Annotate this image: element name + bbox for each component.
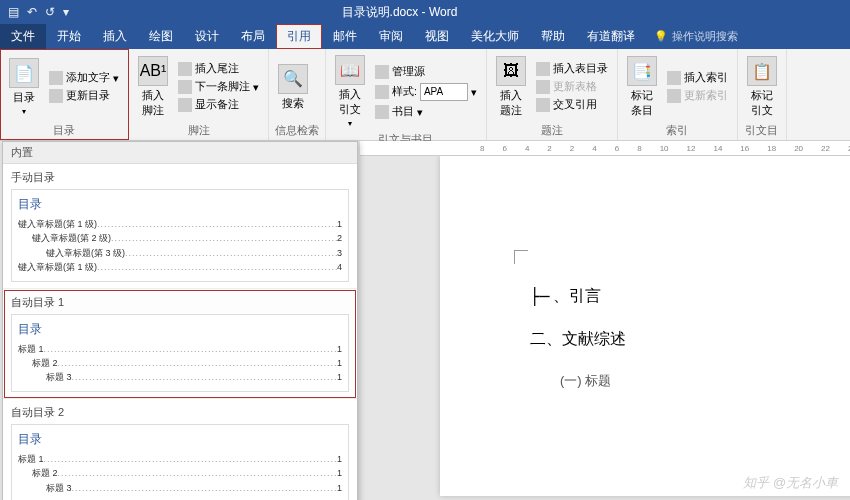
add-text-icon: [49, 71, 63, 85]
tab-邮件[interactable]: 邮件: [322, 24, 368, 49]
tab-file[interactable]: 文件: [0, 24, 46, 49]
tab-设计[interactable]: 设计: [184, 24, 230, 49]
add-text-button[interactable]: 添加文字 ▾: [46, 70, 122, 86]
ruler-tick: 12: [687, 144, 696, 153]
ruler-tick: 22: [821, 144, 830, 153]
toc-line: 键入章标题(第 1 级)............................…: [18, 217, 342, 231]
citation-button[interactable]: 📖 插入引文 ▾: [332, 53, 368, 130]
toc-line: 标题 3....................................…: [18, 370, 342, 384]
insert-index-button[interactable]: 插入索引: [664, 70, 731, 86]
update-index-button[interactable]: 更新索引: [664, 88, 731, 104]
bib-icon: [375, 105, 389, 119]
update-table-button[interactable]: 更新表格: [533, 79, 611, 95]
search-button[interactable]: 🔍 搜索: [275, 53, 311, 121]
heading-1a: ├─、引言: [530, 286, 820, 307]
ruler-tick: 8: [480, 144, 484, 153]
tab-插入[interactable]: 插入: [92, 24, 138, 49]
caption-icon: 🖼: [496, 56, 526, 86]
group-toc: 📄 目录 ▾ 添加文字 ▾ 更新目录 目录: [0, 49, 129, 140]
citation-icon: 📖: [335, 55, 365, 85]
mark-citation-icon: 📋: [747, 56, 777, 86]
mark-citation-button[interactable]: 📋 标记引文: [744, 53, 780, 121]
next-icon: [178, 80, 192, 94]
chevron-down-icon: ▾: [22, 107, 26, 116]
update-table-icon: [536, 80, 550, 94]
style-icon: [375, 85, 389, 99]
toc-line: 键入章标题(第 3 级)............................…: [18, 246, 342, 260]
mark-entry-icon: 📑: [627, 56, 657, 86]
research-label: 信息检索: [275, 121, 319, 138]
ribbon: 📄 目录 ▾ 添加文字 ▾ 更新目录 目录 AB¹ 插入脚注 插入尾注 下一条脚…: [0, 49, 850, 141]
toc-option-auto1[interactable]: 自动目录 1 目录 标题 1..........................…: [3, 289, 357, 399]
group-footnote: AB¹ 插入脚注 插入尾注 下一条脚注 ▾ 显示备注 脚注: [129, 49, 269, 140]
quick-access: ▤ ↶ ↺ ▾: [0, 5, 69, 19]
next-footnote-button[interactable]: 下一条脚注 ▾: [175, 79, 262, 95]
tab-美化大师[interactable]: 美化大师: [460, 24, 530, 49]
tab-布局[interactable]: 布局: [230, 24, 276, 49]
footnote-icon: AB¹: [138, 56, 168, 86]
toc-option-manual[interactable]: 手动目录 目录 键入章标题(第 1 级)....................…: [3, 164, 357, 289]
ruler-tick: 16: [740, 144, 749, 153]
style-select[interactable]: 样式: ▾: [372, 82, 480, 102]
tab-开始[interactable]: 开始: [46, 24, 92, 49]
toc-button[interactable]: 📄 目录 ▾: [6, 53, 42, 121]
ruler-tick: 18: [767, 144, 776, 153]
document-page[interactable]: ├─、引言 二、文献综述 (一) 标题: [440, 156, 850, 496]
insert-tof-button[interactable]: 插入表目录: [533, 61, 611, 77]
toc-line: 键入章标题(第 2 级)............................…: [18, 231, 342, 245]
preview-auto1: 目录 标题 1.................................…: [11, 314, 349, 392]
ruler-tick: 8: [637, 144, 641, 153]
toc-line: 标题 2....................................…: [18, 356, 342, 370]
ruler-tick: 6: [615, 144, 619, 153]
toc-line: 标题 1....................................…: [18, 342, 342, 356]
toc-icon: 📄: [9, 58, 39, 88]
watermark: 知乎 @无名小車: [743, 474, 838, 492]
tab-帮助[interactable]: 帮助: [530, 24, 576, 49]
heading-2: (一) 标题: [560, 372, 820, 390]
ruler-tick: 2: [547, 144, 551, 153]
update-toc-button[interactable]: 更新目录: [46, 88, 122, 104]
tab-有道翻译[interactable]: 有道翻译: [576, 24, 646, 49]
ruler-tick: 4: [592, 144, 596, 153]
caption-button[interactable]: 🖼 插入题注: [493, 53, 529, 121]
lightbulb-icon: 💡: [654, 30, 668, 43]
bibliography-button[interactable]: 书目 ▾: [372, 104, 480, 120]
tab-引用[interactable]: 引用: [276, 24, 322, 49]
update-icon: [49, 89, 63, 103]
tof-icon: [536, 62, 550, 76]
show-notes-button[interactable]: 显示备注: [175, 97, 262, 113]
document-title: 目录说明.docx - Word: [69, 4, 730, 21]
group-index: 📑 标记条目 插入索引 更新索引 索引: [618, 49, 738, 140]
repeat-icon[interactable]: ↺: [45, 5, 55, 19]
insert-index-icon: [667, 71, 681, 85]
endnote-icon: [178, 62, 192, 76]
manage-sources-button[interactable]: 管理源: [372, 64, 480, 80]
group-authority: 📋 标记引文 引文目: [738, 49, 787, 140]
ruler-tick: 10: [660, 144, 669, 153]
undo-icon[interactable]: ↶: [27, 5, 37, 19]
tab-视图[interactable]: 视图: [414, 24, 460, 49]
ruler-tick: 2: [570, 144, 574, 153]
toc-line: 标题 2....................................…: [18, 466, 342, 480]
endnote-button[interactable]: 插入尾注: [175, 61, 262, 77]
update-index-icon: [667, 89, 681, 103]
menu-bar: 文件 开始插入绘图设计布局引用邮件审阅视图美化大师帮助有道翻译 💡 操作说明搜索: [0, 24, 850, 49]
tab-审阅[interactable]: 审阅: [368, 24, 414, 49]
group-citation: 📖 插入引文 ▾ 管理源 样式: ▾ 书目 ▾ 引文与书目: [326, 49, 487, 140]
tell-me[interactable]: 💡 操作说明搜索: [646, 24, 738, 49]
save-icon[interactable]: ▤: [8, 5, 19, 19]
toc-line: 标题 3....................................…: [18, 481, 342, 495]
group-search: 🔍 搜索 信息检索: [269, 49, 326, 140]
cross-ref-button[interactable]: 交叉引用: [533, 97, 611, 113]
dropdown-section-builtin: 内置: [3, 142, 357, 164]
qat-dropdown-icon[interactable]: ▾: [63, 5, 69, 19]
footnote-button[interactable]: AB¹ 插入脚注: [135, 53, 171, 121]
show-icon: [178, 98, 192, 112]
footnote-label: 脚注: [135, 121, 262, 138]
mark-entry-button[interactable]: 📑 标记条目: [624, 53, 660, 121]
toc-option-auto2[interactable]: 自动目录 2 目录 标题 1..........................…: [3, 399, 357, 500]
style-input[interactable]: [420, 83, 468, 101]
tab-绘图[interactable]: 绘图: [138, 24, 184, 49]
toc-line: 键入章标题(第 1 级)............................…: [18, 260, 342, 274]
ruler-tick: 14: [713, 144, 722, 153]
